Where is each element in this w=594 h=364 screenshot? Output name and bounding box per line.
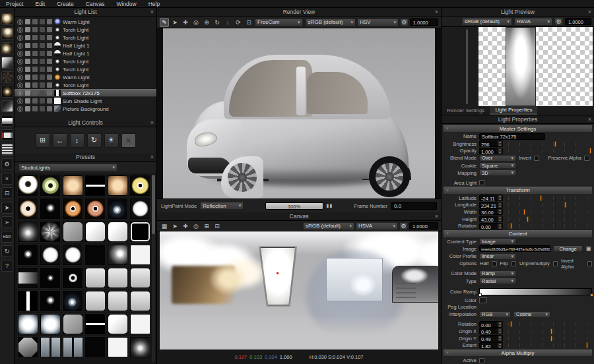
preset-thumbnail[interactable] bbox=[129, 290, 150, 312]
slider-track[interactable] bbox=[508, 342, 592, 348]
colorspace-dropdown[interactable]: sRGB (default) ▾ bbox=[306, 18, 356, 26]
interpolation-curve-dropdown[interactable]: Cosine ▾ bbox=[513, 311, 550, 318]
light-name-field[interactable]: Softbox 72x175 bbox=[479, 133, 545, 140]
light-list-row[interactable]: 0 Torch Light bbox=[15, 57, 156, 65]
slider-handle[interactable] bbox=[523, 209, 525, 215]
reflection-toggle[interactable] bbox=[40, 19, 45, 24]
preset-thumbnail[interactable] bbox=[62, 244, 83, 266]
illumination-toggle[interactable] bbox=[32, 59, 38, 64]
illumination-toggle[interactable] bbox=[32, 19, 38, 24]
solo-toggle[interactable]: 0 bbox=[17, 27, 23, 33]
left-toolbar-button[interactable] bbox=[1, 129, 13, 141]
slider-track[interactable] bbox=[508, 209, 592, 215]
number-input[interactable]: 36.00 ▴▾ bbox=[479, 208, 503, 215]
solo-toggle[interactable]: 0 bbox=[17, 19, 23, 25]
alpha-toggle[interactable] bbox=[47, 98, 52, 104]
close-icon[interactable]: × bbox=[588, 9, 591, 15]
number-input[interactable]: 43.00 ▴▾ bbox=[479, 216, 503, 222]
preset-category-dropdown[interactable]: StudioLights ▾ bbox=[18, 164, 117, 171]
tab-render-settings[interactable]: Render Settings bbox=[442, 106, 490, 115]
stepper[interactable]: ▴▾ bbox=[498, 328, 502, 334]
interpolation-color-dropdown[interactable]: RGB ▾ bbox=[479, 311, 511, 318]
reflection-toggle[interactable] bbox=[40, 35, 45, 40]
solo-toggle[interactable]: 0 bbox=[17, 75, 23, 80]
close-icon[interactable]: × bbox=[588, 116, 591, 123]
left-toolbar-button[interactable] bbox=[1, 86, 13, 98]
preset-thumbnail[interactable] bbox=[84, 313, 106, 335]
slider-handle[interactable] bbox=[510, 223, 512, 229]
viewport-tool-button[interactable]: ◎ bbox=[191, 18, 201, 27]
viewport-tool-button[interactable]: ◎ bbox=[191, 222, 201, 231]
solo-toggle[interactable]: 0 bbox=[17, 35, 23, 41]
area-light-checkbox[interactable] bbox=[479, 180, 484, 185]
preset-thumbnail[interactable] bbox=[62, 336, 83, 358]
alpha-toggle[interactable] bbox=[47, 82, 52, 88]
viewport-tool-button[interactable]: ⊡ bbox=[244, 18, 253, 27]
menu-item[interactable]: Edit bbox=[29, 1, 51, 7]
preset-thumbnail[interactable] bbox=[40, 244, 61, 266]
number-input[interactable]: -24.11 ▴▾ bbox=[479, 195, 503, 201]
preset-thumbnail[interactable] bbox=[84, 221, 106, 243]
preset-thumbnail[interactable] bbox=[107, 267, 128, 289]
preset-thumbnail[interactable] bbox=[107, 290, 128, 312]
alpha-toggle[interactable] bbox=[47, 35, 52, 40]
solo-toggle[interactable]: 0 bbox=[17, 98, 23, 104]
close-icon[interactable]: × bbox=[435, 9, 438, 15]
slider-track[interactable] bbox=[508, 321, 592, 327]
slider-track[interactable] bbox=[508, 336, 592, 342]
viewport-tool-button[interactable]: ↻ bbox=[213, 18, 222, 27]
reflection-toggle[interactable] bbox=[40, 59, 45, 64]
preset-thumbnail[interactable] bbox=[17, 221, 38, 243]
enable-toggle[interactable] bbox=[25, 27, 30, 32]
enable-toggle[interactable] bbox=[25, 98, 30, 104]
reflection-toggle[interactable] bbox=[40, 75, 45, 80]
preset-thumbnail[interactable] bbox=[17, 290, 38, 312]
preset-thumbnail[interactable] bbox=[129, 175, 150, 197]
alpha-toggle[interactable] bbox=[47, 75, 52, 80]
lightpaint-mode-dropdown[interactable]: Reflection ▾ bbox=[200, 202, 244, 210]
preset-thumbnail[interactable] bbox=[129, 267, 150, 289]
preset-thumbnail[interactable] bbox=[40, 290, 61, 312]
frame-number-field[interactable]: 0.0 bbox=[391, 202, 437, 210]
left-toolbar-button[interactable]: HDR bbox=[1, 231, 13, 243]
illumination-toggle[interactable] bbox=[32, 35, 38, 40]
preset-thumbnail[interactable] bbox=[17, 175, 38, 197]
light-list-row[interactable]: 0 Warm Light bbox=[15, 18, 156, 26]
preset-thumbnail[interactable] bbox=[84, 175, 106, 197]
left-toolbar-button[interactable] bbox=[1, 71, 13, 83]
slider-track[interactable] bbox=[508, 328, 592, 334]
illumination-toggle[interactable] bbox=[32, 106, 38, 111]
menu-item[interactable]: Project bbox=[0, 1, 29, 7]
mapping-dropdown[interactable]: 3D ▾ bbox=[479, 169, 516, 176]
preset-thumbnail[interactable] bbox=[129, 244, 150, 266]
preset-thumbnail[interactable] bbox=[107, 313, 128, 335]
preset-thumbnail[interactable] bbox=[62, 198, 83, 220]
viewport-tool-button[interactable]: ✚ bbox=[181, 222, 190, 231]
viewport-tool-button[interactable]: ⊞ bbox=[202, 222, 211, 231]
preset-thumbnail[interactable] bbox=[84, 290, 106, 312]
solo-toggle[interactable]: 0 bbox=[17, 43, 23, 49]
camera-dropdown[interactable]: FreeCam ▾ bbox=[255, 18, 303, 26]
reflection-toggle[interactable] bbox=[40, 67, 45, 72]
preset-thumbnail[interactable] bbox=[107, 198, 128, 220]
light-control-button[interactable]: ↕ bbox=[70, 133, 84, 148]
left-toolbar-button[interactable]: × bbox=[1, 173, 13, 185]
solo-toggle[interactable]: 0 bbox=[17, 67, 23, 73]
enable-toggle[interactable] bbox=[25, 90, 30, 96]
preset-thumbnail[interactable] bbox=[62, 313, 83, 335]
slider-track[interactable] bbox=[508, 202, 592, 208]
slider-handle[interactable] bbox=[554, 141, 556, 147]
preset-thumbnail[interactable] bbox=[62, 221, 83, 243]
section-master-settings[interactable]: ▼ Master Settings bbox=[444, 125, 592, 132]
left-toolbar-button[interactable] bbox=[1, 115, 13, 127]
enable-toggle[interactable] bbox=[25, 75, 30, 80]
light-control-button[interactable]: ⊞ bbox=[36, 133, 50, 148]
number-input[interactable]: 1.82 ▴▾ bbox=[479, 342, 503, 349]
slider-handle[interactable] bbox=[564, 202, 566, 208]
gear-icon[interactable]: ⚙ bbox=[400, 18, 409, 26]
preset-thumbnail[interactable] bbox=[107, 175, 128, 197]
alpha-toggle[interactable] bbox=[47, 51, 52, 56]
preset-thumbnail[interactable] bbox=[40, 198, 61, 220]
light-list-row[interactable]: 0 Torch Light bbox=[15, 81, 156, 89]
number-input[interactable]: 0.49 ▴▾ bbox=[479, 328, 503, 334]
